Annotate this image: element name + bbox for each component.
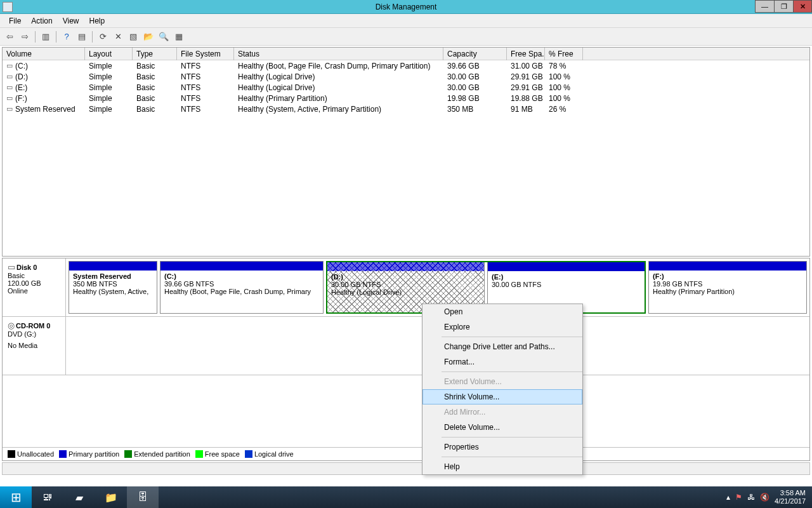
taskbar-server-manager[interactable]: 🖳 [32, 486, 63, 508]
tray-flag-icon[interactable]: ⚑ [735, 493, 742, 502]
partition-size: 19.98 GB NTFS [653, 280, 802, 288]
disk-type: Basic [8, 272, 62, 279]
maximize-button[interactable]: ❐ [774, 0, 793, 13]
divider [442, 371, 582, 372]
disk-label[interactable]: ▭Disk 0 Basic 120.00 GB Online [3, 258, 66, 316]
window-title: Disk Management [0, 3, 812, 11]
partition-name: (D:) [331, 273, 480, 281]
partition-status: Healthy (System, Active, [73, 288, 153, 295]
cm-extend-volume: Extend Volume... [422, 374, 582, 389]
partition-header [160, 262, 323, 271]
partition-status: Healthy (Primary Partition) [653, 288, 802, 295]
divider [442, 437, 582, 438]
volume-icon: ▭ [6, 105, 13, 113]
col-layout[interactable]: Layout [85, 48, 133, 60]
col-type[interactable]: Type [133, 48, 177, 60]
disk-row-0: ▭Disk 0 Basic 120.00 GB Online System Re… [3, 258, 809, 317]
disk-status: Online [8, 287, 62, 295]
col-pct[interactable]: % Free [545, 48, 583, 60]
disk-name: Disk 0 [16, 264, 37, 271]
taskbar-explorer[interactable]: 📁 [95, 486, 127, 508]
taskbar-powershell[interactable]: ▰ [63, 486, 95, 508]
settings-icon[interactable]: ▤ [75, 30, 89, 44]
legend-free: Free space [205, 450, 240, 458]
clock-date: 4/21/2017 [775, 497, 806, 505]
cdrom-type: DVD (G:) [8, 330, 62, 338]
divider [56, 31, 56, 43]
partition-name: (F:) [653, 272, 802, 280]
swatch-free-icon [195, 450, 203, 458]
partition-f[interactable]: (F:) 19.98 GB NTFS Healthy (Primary Part… [648, 261, 807, 314]
menu-view[interactable]: View [58, 15, 84, 27]
tray-network-icon[interactable]: 🖧 [747, 493, 755, 502]
table-row[interactable]: ▭(F:)SimpleBasicNTFSHealthy (Primary Par… [3, 93, 809, 104]
back-icon[interactable]: ⇦ [3, 30, 16, 44]
partition-status: Healthy (Boot, Page File, Crash Dump, Pr… [164, 288, 319, 295]
partition-header [327, 262, 484, 271]
partition-c[interactable]: (C:) 39.66 GB NTFS Healthy (Boot, Page F… [160, 261, 324, 314]
col-free[interactable]: Free Spa... [507, 48, 545, 60]
divider [442, 457, 582, 457]
col-fs[interactable]: File System [177, 48, 234, 60]
cm-shrink-volume[interactable]: Shrink Volume... [422, 389, 582, 404]
cdrom-name: CD-ROM 0 [16, 322, 50, 330]
close-button[interactable]: ✕ [793, 0, 812, 13]
search-icon[interactable]: 🔍 [157, 30, 171, 44]
swatch-extended-icon [124, 450, 132, 458]
cdrom-icon: ◎ [8, 321, 15, 330]
partition-size: 350 MB NTFS [73, 280, 153, 288]
refresh-icon[interactable]: ⟳ [96, 30, 110, 44]
disk-icon[interactable]: ▦ [172, 30, 186, 44]
table-row[interactable]: ▭System ReservedSimpleBasicNTFSHealthy (… [3, 104, 809, 114]
cm-properties[interactable]: Properties [422, 439, 582, 455]
help-icon[interactable]: ? [60, 30, 74, 44]
volume-list-header: Volume Layout Type File System Status Ca… [3, 48, 809, 60]
partition-size: 30.00 GB NTFS [331, 281, 480, 288]
menu-file[interactable]: File [4, 15, 26, 27]
table-row[interactable]: ▭(D:)SimpleBasicNTFSHealthy (Logical Dri… [3, 71, 809, 82]
clock-time: 3:58 AM [775, 489, 806, 497]
partition-header [649, 262, 806, 271]
cdrom-row: ◎CD-ROM 0 DVD (G:) No Media [3, 317, 809, 375]
open-icon[interactable]: 📂 [141, 30, 155, 44]
col-capacity[interactable]: Capacity [443, 48, 507, 60]
partition-status: Healthy (Logical Drive) [331, 288, 480, 296]
menubar: File Action View Help [0, 14, 812, 28]
forward-icon[interactable]: ⇨ [18, 30, 32, 44]
minimize-button[interactable]: — [755, 0, 774, 13]
tray-chevron-icon[interactable]: ▴ [726, 493, 730, 502]
divider [35, 31, 36, 43]
col-status[interactable]: Status [234, 48, 443, 60]
graphical-disk-view: ▭Disk 0 Basic 120.00 GB Online System Re… [2, 258, 810, 461]
window-controls: — ❐ ✕ [755, 0, 812, 13]
partition-system-reserved[interactable]: System Reserved 350 MB NTFS Healthy (Sys… [69, 261, 157, 314]
legend-primary: Primary partition [69, 450, 119, 458]
cdrom-status: No Media [8, 342, 62, 349]
cm-change-drive-letter[interactable]: Change Drive Letter and Paths... [422, 339, 582, 354]
properties-icon[interactable]: ▧ [126, 30, 140, 44]
titlebar: Disk Management — ❐ ✕ [0, 0, 812, 14]
taskbar-disk-management[interactable]: 🗄 [127, 486, 159, 508]
divider [92, 31, 93, 43]
table-row[interactable]: ▭(E:)SimpleBasicNTFSHealthy (Logical Dri… [3, 82, 809, 93]
disk-icon: ▭ [8, 262, 15, 272]
menu-help[interactable]: Help [84, 15, 110, 27]
view-list-icon[interactable]: ▥ [39, 30, 53, 44]
cm-open[interactable]: Open [422, 304, 582, 319]
statusbar [2, 462, 810, 475]
col-volume[interactable]: Volume [3, 48, 85, 60]
clock[interactable]: 3:58 AM 4/21/2017 [775, 489, 806, 505]
table-row[interactable]: ▭(C:)SimpleBasicNTFSHealthy (Boot, Page … [3, 60, 809, 71]
cdrom-label[interactable]: ◎CD-ROM 0 DVD (G:) No Media [3, 317, 66, 375]
volume-list: Volume Layout Type File System Status Ca… [2, 47, 810, 257]
cm-delete-volume[interactable]: Delete Volume... [422, 420, 582, 435]
cm-format[interactable]: Format... [422, 354, 582, 370]
cm-help[interactable]: Help [422, 459, 582, 474]
cm-explore[interactable]: Explore [422, 319, 582, 335]
volume-icon: ▭ [6, 83, 13, 91]
start-button[interactable]: ⊞ [0, 486, 32, 508]
menu-action[interactable]: Action [26, 15, 57, 27]
delete-icon[interactable]: ✕ [111, 30, 125, 44]
legend: Unallocated Primary partition Extended p… [3, 447, 809, 460]
tray-volume-icon[interactable]: 🔇 [760, 493, 769, 502]
